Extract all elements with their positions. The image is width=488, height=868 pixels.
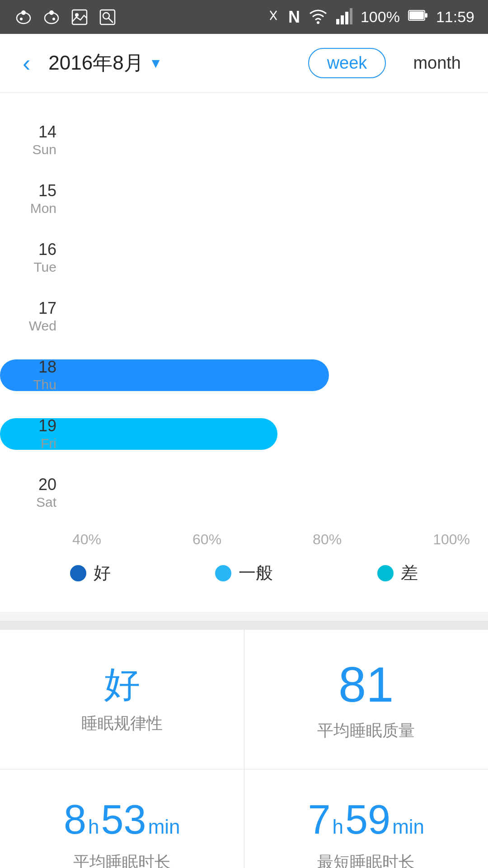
legend-item-good: 好: [70, 561, 111, 585]
status-right: N 100% 11:59: [267, 6, 474, 28]
min-dur-hours: 7: [308, 797, 330, 843]
legend-item-ok: 一般: [215, 561, 273, 585]
chart-row-16: 16 Tue: [0, 228, 488, 287]
day-name-17: Wed: [29, 318, 56, 335]
chart-row-18: 18 Thu: [0, 346, 488, 405]
chart-area: 14 Sun 15 Mon 16 Tue 17 Wed: [0, 93, 488, 612]
avg-dur-min-label: min: [148, 816, 180, 838]
chart-row-15: 15 Mon: [0, 170, 488, 228]
status-icons-left: [14, 7, 117, 27]
legend-label-good: 好: [94, 561, 111, 585]
bar-area-20: [0, 463, 488, 522]
svg-rect-13: [341, 15, 344, 24]
day-num-18: 18: [38, 357, 56, 377]
svg-point-4: [49, 10, 54, 15]
stats-cell-min-duration: 7 h 59 min 最短睡眠时长: [244, 769, 488, 868]
stats-row-2: 8 h 53 min 平均睡眠时长 7 h 59 min 最短睡眠时长: [0, 769, 488, 868]
legend-item-poor: 差: [377, 561, 418, 585]
svg-line-10: [108, 18, 113, 23]
x-label-60: 60%: [192, 531, 221, 548]
back-button[interactable]: ‹: [18, 45, 35, 81]
app-icon-1: [14, 7, 33, 27]
dropdown-arrow-icon: ▼: [149, 56, 163, 71]
signal-n-icon: N: [288, 8, 300, 27]
chart-row-19: 19 Fri: [0, 405, 488, 463]
day-num-14: 14: [38, 122, 56, 142]
chart-row-17: 17 Wed: [0, 287, 488, 346]
day-name-16: Tue: [33, 259, 56, 276]
stats-cell-quality: 81 平均睡眠质量: [244, 630, 488, 769]
search-icon: [98, 7, 117, 27]
tab-month[interactable]: month: [404, 49, 470, 77]
current-date: 2016年8月: [48, 50, 143, 76]
svg-point-9: [103, 13, 109, 19]
chart-row-20: 20 Sat: [0, 463, 488, 522]
svg-point-1: [21, 10, 26, 15]
day-num-20: 20: [38, 475, 56, 494]
min-dur-mins: 59: [345, 797, 390, 843]
day-name-14: Sun: [33, 142, 56, 158]
avg-dur-h-label: h: [88, 816, 99, 838]
min-duration-value: 7 h 59 min: [308, 797, 424, 843]
min-duration-label: 最短睡眠时长: [317, 851, 415, 868]
min-dur-min-label: min: [392, 816, 424, 838]
x-label-40: 40%: [72, 531, 101, 548]
x-label-80: 80%: [313, 531, 342, 548]
day-name-15: Mon: [30, 201, 56, 217]
battery-icon: [408, 8, 428, 26]
svg-rect-17: [409, 11, 424, 19]
legend-dot-good: [70, 565, 86, 581]
day-name-19: Fri: [41, 436, 56, 452]
legend: 好 一般 差: [0, 552, 488, 598]
day-name-18: Thu: [33, 377, 56, 393]
bar-area-14: [0, 111, 488, 170]
header: ‹ 2016年8月 ▼ week month: [0, 34, 488, 93]
svg-rect-14: [345, 12, 348, 24]
legend-dot-ok: [215, 565, 231, 581]
svg-point-2: [20, 18, 23, 20]
day-num-16: 16: [38, 240, 56, 259]
bar-area-15: [0, 170, 488, 228]
time-label: 11:59: [436, 8, 474, 26]
view-tabs: week month: [308, 48, 470, 78]
x-label-100: 100%: [433, 531, 470, 548]
gallery-icon: [70, 7, 89, 27]
section-divider: [0, 621, 488, 630]
bluetooth-icon: [267, 6, 280, 28]
avg-dur-hours: 8: [64, 797, 86, 843]
wifi-icon: [308, 6, 328, 28]
x-axis: 40% 60% 80% 100%: [0, 522, 488, 552]
stats-cell-regularity: 好 睡眠规律性: [0, 630, 244, 769]
status-bar: N 100% 11:59: [0, 0, 488, 34]
bar-area-19: [0, 405, 488, 463]
svg-rect-15: [350, 8, 352, 24]
legend-label-ok: 一般: [239, 561, 273, 585]
day-num-15: 15: [38, 181, 56, 200]
stats-cell-avg-duration: 8 h 53 min 平均睡眠时长: [0, 769, 244, 868]
tab-week[interactable]: week: [308, 48, 386, 78]
avg-duration-value: 8 h 53 min: [64, 797, 180, 843]
svg-rect-18: [425, 13, 427, 18]
regularity-value: 好: [104, 665, 140, 704]
legend-label-poor: 差: [401, 561, 418, 585]
stats-row-1: 好 睡眠规律性 81 平均睡眠质量: [0, 630, 488, 769]
svg-rect-6: [72, 10, 87, 24]
day-num-19: 19: [38, 416, 56, 435]
bar-area-16: [0, 228, 488, 287]
legend-dot-poor: [377, 565, 394, 581]
avg-duration-label: 平均睡眠时长: [73, 851, 171, 868]
quality-label: 平均睡眠质量: [317, 720, 415, 742]
svg-point-11: [317, 21, 319, 24]
quality-value: 81: [338, 657, 394, 712]
avg-dur-mins: 53: [101, 797, 146, 843]
bar-area-17: [0, 287, 488, 346]
min-dur-h-label: h: [333, 816, 343, 838]
battery-label: 100%: [361, 8, 400, 26]
svg-point-5: [52, 18, 55, 20]
signal-bars-icon: [336, 6, 352, 28]
date-selector[interactable]: 2016年8月 ▼: [48, 50, 162, 76]
day-name-20: Sat: [36, 495, 56, 511]
bar-area-18: [0, 346, 488, 405]
stats-section: 好 睡眠规律性 81 平均睡眠质量 8 h 53 min 平均睡眠时长 7 h …: [0, 630, 488, 868]
svg-rect-12: [336, 19, 339, 24]
